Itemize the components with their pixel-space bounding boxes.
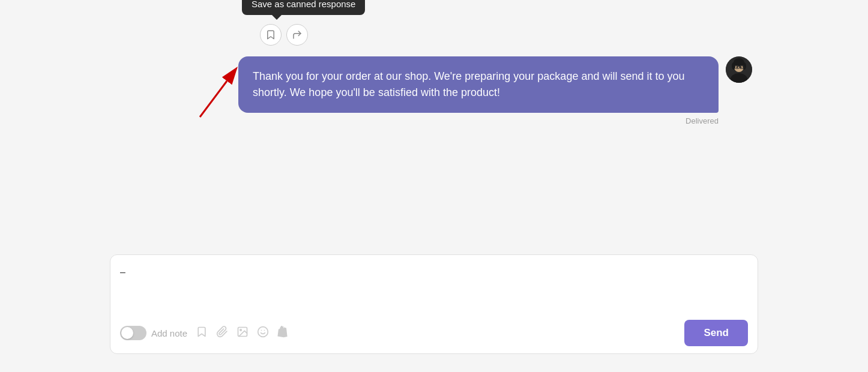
- toolbar-bookmark-button[interactable]: [196, 326, 208, 341]
- svg-point-5: [732, 62, 735, 70]
- add-note-toggle[interactable]: [120, 326, 146, 340]
- tooltip-text: Save as canned response: [252, 0, 355, 9]
- status-text: Delivered: [686, 116, 719, 125]
- red-arrow-svg: [188, 66, 248, 126]
- message-actions: Save as canned response: [260, 24, 308, 46]
- shopify-icon: [277, 325, 291, 338]
- compose-box: – Add note: [110, 254, 758, 354]
- arrow-indicator: [188, 66, 248, 128]
- avatar-image: [726, 56, 752, 83]
- toolbar-image-button[interactable]: [237, 326, 249, 341]
- save-canned-response-button[interactable]: [260, 24, 282, 46]
- send-button[interactable]: Send: [684, 320, 748, 346]
- attachment-icon: [216, 326, 228, 338]
- toolbar-left: Add note: [120, 325, 291, 341]
- emoji-icon: [257, 326, 269, 338]
- toolbar-shopify-button[interactable]: [277, 325, 291, 341]
- canned-response-tooltip: Save as canned response: [242, 0, 365, 15]
- image-icon: [237, 326, 249, 338]
- send-button-label: Send: [704, 327, 729, 338]
- svg-point-7: [737, 67, 738, 68]
- chat-area: Save as canned response: [104, 12, 764, 360]
- compose-toolbar: Add note: [120, 320, 748, 346]
- svg-point-14: [240, 329, 242, 331]
- svg-point-15: [258, 326, 268, 337]
- message-bubble: Thank you for your order at our shop. We…: [238, 56, 719, 113]
- forward-icon: [292, 29, 303, 40]
- message-text: Thank you for your order at our shop. We…: [253, 70, 685, 98]
- bookmark-icon: [265, 29, 276, 40]
- message-section: Save as canned response: [104, 12, 764, 131]
- delivered-status: Delivered: [686, 116, 719, 125]
- compose-input[interactable]: –: [120, 265, 748, 313]
- add-note-toggle-wrapper: Add note: [120, 326, 187, 340]
- forward-button[interactable]: [286, 24, 308, 46]
- toolbar-emoji-button[interactable]: [257, 326, 269, 341]
- avatar: [726, 56, 752, 83]
- add-note-label: Add note: [151, 328, 187, 338]
- svg-line-1: [200, 81, 227, 117]
- svg-point-8: [740, 67, 742, 68]
- toggle-knob: [121, 327, 133, 339]
- toolbar-attachment-button[interactable]: [216, 326, 228, 341]
- toolbar-bookmark-icon: [196, 326, 208, 338]
